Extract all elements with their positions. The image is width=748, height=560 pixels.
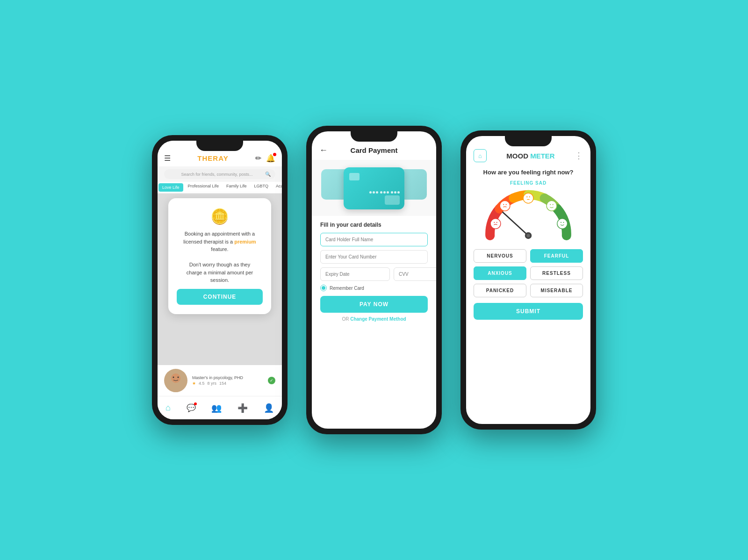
modal-overlay: 🪙 Booking an appointment with a licensed… xyxy=(158,194,282,419)
expiry-cvv-row xyxy=(320,267,428,281)
nav-home-icon[interactable]: ⌂ xyxy=(165,403,171,413)
notch-2 xyxy=(351,131,397,142)
emotion-miserable[interactable]: MISERABLE xyxy=(530,284,583,297)
therapist-stats: ★ 4.5 8 yrs 154 xyxy=(192,381,263,386)
remember-checkbox[interactable] xyxy=(320,285,327,291)
phone-1: ☰ THERAY ✏ 🔔 Search for friends, communi… xyxy=(152,135,288,425)
svg-point-15 xyxy=(550,204,551,205)
more-options-icon[interactable]: ⋮ xyxy=(575,151,583,161)
coin-icon: 🪙 xyxy=(177,208,263,225)
logo-part2: RAY xyxy=(213,154,228,162)
form-label: Fill in your card details xyxy=(320,222,428,228)
phone-1-screen: ☰ THERAY ✏ 🔔 Search for friends, communi… xyxy=(158,141,282,419)
tab-acad[interactable]: Acad xyxy=(272,182,282,193)
star-icon: ★ xyxy=(192,381,196,386)
expiry-input[interactable] xyxy=(320,267,390,281)
notch-3 xyxy=(505,136,552,146)
feeling-status: FEELING SAD xyxy=(466,180,590,186)
emotion-restless[interactable]: RESTLESS xyxy=(530,266,583,280)
svg-point-19 xyxy=(563,222,564,223)
title-mood: MOOD xyxy=(506,152,528,160)
svg-point-18 xyxy=(561,222,561,223)
home-icon: ⌂ xyxy=(478,152,482,159)
gauge-container xyxy=(466,188,590,249)
card-form: Fill in your card details Remember Card … xyxy=(312,216,436,429)
notification-dot xyxy=(273,153,276,156)
nav-medical-icon[interactable]: ➕ xyxy=(237,403,248,413)
change-payment-link[interactable]: Change Payment Method xyxy=(350,316,406,322)
tabs-row: Love Life Professional Life Family Life … xyxy=(158,182,282,194)
header-icons: ✏ 🔔 xyxy=(255,154,275,163)
emotion-grid: NERVOUS FEARFUL ANXIOUS RESTLESS PANICKE… xyxy=(466,249,590,297)
svg-point-8 xyxy=(500,201,510,211)
card-payment-title: Card Payment xyxy=(351,146,398,154)
years-value: 8 yrs xyxy=(208,381,217,386)
verified-icon: ✓ xyxy=(268,377,275,384)
therapist-avatar xyxy=(164,369,187,392)
card-logo-placeholder xyxy=(385,195,400,205)
phone-2: ← Card Payment xyxy=(306,126,442,434)
continue-button[interactable]: CONTINUE xyxy=(177,289,263,305)
bottom-nav: ⌂ 💬 👥 ➕ 👤 xyxy=(158,396,282,419)
remember-row: Remember Card xyxy=(320,285,428,291)
back-button[interactable]: ← xyxy=(319,145,328,155)
nav-chat-icon[interactable]: 💬 xyxy=(187,403,196,412)
tab-professional[interactable]: Professional Life xyxy=(184,182,223,193)
search-placeholder-text: Search for friends, community, posts... xyxy=(181,172,253,177)
logo-part1: THE xyxy=(197,154,213,162)
modal-body-text: Booking an appointment with a licensed t… xyxy=(177,230,263,284)
card-chip xyxy=(349,173,360,180)
emotion-nervous[interactable]: NERVOUS xyxy=(474,249,526,263)
search-bar[interactable]: Search for friends, community, posts... … xyxy=(164,169,275,179)
hamburger-icon[interactable]: ☰ xyxy=(164,154,171,163)
emotion-fearful[interactable]: FEARFUL xyxy=(530,249,583,263)
nav-profile-icon[interactable]: 👤 xyxy=(264,403,274,413)
chat-notif-dot xyxy=(194,402,197,405)
svg-point-2 xyxy=(171,373,180,383)
home-icon-button[interactable]: ⌂ xyxy=(474,149,487,162)
svg-point-16 xyxy=(553,204,554,205)
theray-screen: ☰ THERAY ✏ 🔔 Search for friends, communi… xyxy=(158,141,282,419)
phones-container: ☰ THERAY ✏ 🔔 Search for friends, communi… xyxy=(152,126,596,434)
edit-icon[interactable]: ✏ xyxy=(255,154,261,163)
notch-1 xyxy=(196,141,243,151)
bell-icon[interactable]: 🔔 xyxy=(266,154,275,163)
app-logo: THERAY xyxy=(197,154,228,162)
mood-meter-screen: ⌂ MOOD METER ⋮ How are you feeling right… xyxy=(466,136,590,424)
card-visual-container xyxy=(312,160,436,216)
sessions-value: 154 xyxy=(219,381,226,386)
tab-lgbtq[interactable]: LGBTQ xyxy=(251,182,273,193)
svg-point-9 xyxy=(503,204,504,205)
card-holder-input[interactable] xyxy=(320,233,428,246)
phone-3: ⌂ MOOD METER ⋮ How are you feeling right… xyxy=(460,130,596,430)
cvv-input[interactable] xyxy=(394,267,436,281)
phone-2-screen: ← Card Payment xyxy=(312,131,436,429)
submit-button[interactable]: SUBMIT xyxy=(474,303,583,320)
svg-point-4 xyxy=(178,377,179,378)
change-payment-row: OR Change Payment Method xyxy=(320,316,428,322)
pay-now-button[interactable]: PAY NOW xyxy=(320,296,428,313)
therapist-info: Master's in psycology, PHD ★ 4.5 8 yrs 1… xyxy=(192,375,263,386)
emotion-anxious[interactable]: ANXIOUS xyxy=(474,266,526,280)
emotion-panicked[interactable]: PANICKED xyxy=(474,284,526,297)
tab-love-life[interactable]: Love Life xyxy=(158,183,183,192)
search-icon[interactable]: 🔍 xyxy=(265,172,271,177)
therapist-degree: Master's in psycology, PHD xyxy=(192,375,263,380)
mood-gauge xyxy=(482,188,575,244)
card-number-dots xyxy=(369,191,400,194)
svg-point-22 xyxy=(526,234,530,237)
svg-point-5 xyxy=(490,219,501,229)
card-number-input[interactable] xyxy=(320,250,428,264)
svg-point-3 xyxy=(173,377,174,378)
mood-meter-title: MOOD METER xyxy=(490,152,571,160)
card-payment-screen: ← Card Payment xyxy=(312,131,436,429)
svg-point-12 xyxy=(526,196,527,197)
svg-point-7 xyxy=(496,222,497,223)
card-main-visual xyxy=(344,167,404,209)
nav-group-icon[interactable]: 👥 xyxy=(211,403,222,413)
svg-point-14 xyxy=(547,201,557,211)
svg-line-20 xyxy=(503,212,528,236)
tab-family[interactable]: Family Life xyxy=(223,182,251,193)
therapist-row: Master's in psycology, PHD ★ 4.5 8 yrs 1… xyxy=(158,365,282,396)
phone-3-screen: ⌂ MOOD METER ⋮ How are you feeling right… xyxy=(466,136,590,424)
